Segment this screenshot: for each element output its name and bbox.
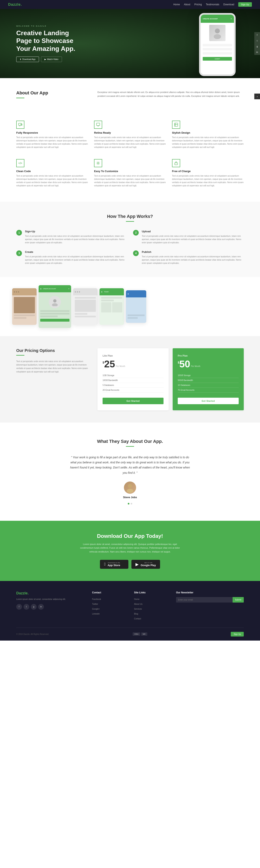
plan-name-pro: Pro Plan [178,354,239,357]
footer-twitter-icon[interactable]: t [24,604,29,610]
footer-facebook-icon[interactable]: f [16,604,22,610]
download-cta-desc: Lorem ipsum dolor sit amet, consectetur … [79,542,181,554]
newsletter-submit-button[interactable]: Submit [232,597,244,602]
footer-google-icon[interactable]: g [31,604,37,610]
google-sidebar-icon[interactable]: g [254,43,260,49]
nav-link-testimonials[interactable]: Testimonials [206,3,219,6]
svg-line-11 [20,162,21,164]
footer-sitelinks-col: Site Links Home About Us Services Blog C… [134,591,168,621]
footer-sitelink-contact[interactable]: Contact [134,618,141,620]
pricing-cards: Lite Plan $ 25 Per Month 1GB Storage 10G… [98,348,244,410]
footer-link-linkedin[interactable]: Linkedin [92,613,100,615]
feature-db-lite: 5 Databases [103,383,163,388]
feature-bandwidth-pro: 50GB Bandwidth [178,378,239,383]
phone-avatar [209,25,225,41]
appstore-button[interactable]:  Download on the App Store [100,560,128,569]
nav-link-about[interactable]: About [184,3,190,6]
nav-signup-button[interactable]: Sign Up [238,2,252,7]
footer-sitelinks-title: Site Links [134,591,168,594]
svg-point-0 [215,29,220,33]
pricing-underline [16,355,24,355]
feature-title-free: Free of Charge [172,169,244,173]
footer-link-facebook[interactable]: Facebook [92,598,101,600]
newsletter-email-input[interactable] [176,597,232,602]
get-started-lite-button[interactable]: Get Started [103,398,163,404]
linkedin-sidebar-icon[interactable]: in [254,49,260,55]
feature-title-customize: Easy To Customize [94,169,166,173]
footer-link-twitter[interactable]: Twitter [92,603,98,605]
svg-point-17 [128,484,132,488]
facebook-sidebar-icon[interactable]: f [254,32,260,38]
screenshots-row: CREATE ACCOUNT ✕ [0,285,260,328]
how-grid: 1 Sign-Up Text ut perspiciatis unde omni… [16,230,244,265]
feature-email-pro: 75 Email Accounts [178,388,239,393]
step-title-4: Publish [142,250,244,253]
phone-field-1 [203,44,232,46]
about-arrow-button[interactable]: › [254,94,260,99]
twitter-sidebar-icon[interactable]: t [254,38,260,43]
footer-sitelink-home[interactable]: Home [134,598,140,600]
footer-signup-button[interactable]: Sign Up [231,632,244,637]
feature-desc-design: Text ut perspiciatis unde omnis iste nat… [172,136,244,149]
plan-features-pro: 10GB Storage 50GB Bandwidth 10 Databases… [178,373,239,393]
plan-name-lite: Lite Plan [103,354,163,357]
svg-point-1 [214,34,221,39]
pricing-card-pro: Pro Plan $ 50 Per Month 10GB Storage 50G… [173,348,244,410]
footer-sitelink-blog[interactable]: Blog [134,613,138,615]
dot-2[interactable] [131,503,132,504]
about-title: About Our App [16,90,89,96]
feature-item-customize: Easy To Customize Text ut perspiciatis u… [94,157,166,189]
footer-sitelink-about[interactable]: About Us [134,603,142,605]
googleplay-button[interactable]: ▶ GET IT ON Google Play [132,560,160,569]
footer-social: f t g in [16,604,84,610]
step-desc-4: Text ut perspiciatis unde omnis iste nat… [142,255,244,265]
nav-link-pricing[interactable]: Pricing [194,3,202,6]
footer-contact-title: Contact [92,591,126,594]
price-period-lite: Per Month [116,365,125,367]
testimonials-title: What They Say About Our App. [16,439,244,444]
how-step-1: 1 Sign-Up Text ut perspiciatis unde omni… [16,230,127,244]
plan-features-lite: 1GB Storage 10GB Bandwidth 5 Databases 2… [103,373,163,393]
social-sidebar: f t g in [254,32,260,55]
feature-storage-lite: 1GB Storage [103,373,163,378]
feature-title-design: Stylish Design [172,131,244,134]
screenshot-2: CREATE ACCOUNT ✕ [39,285,71,328]
step-title-3: Create [25,250,127,253]
mastercard-icon: MC [141,632,147,636]
get-started-pro-button[interactable]: Get Started [178,398,239,404]
svg-rect-5 [97,123,100,125]
download-icon: ⬇ [20,58,21,60]
dot-1[interactable] [128,503,129,504]
pricing-section: Our Pricing Options Text ut perspiciatis… [0,336,260,423]
footer-linkedin-icon[interactable]: in [38,604,44,610]
watch-video-button[interactable]: ▶ Watch Video [41,57,62,62]
screenshot-1 [12,288,37,325]
how-step-4: 4 Publish Text ut perspiciatis unde omni… [133,250,244,265]
price-period-pro: Per Month [191,365,200,367]
svg-point-12 [98,162,99,164]
nav-link-home[interactable]: Home [173,3,180,6]
hero-content: WELCOME TO DAZZLE Creative Landing Page … [16,25,85,62]
footer-bottom: © 2016 Dazzle. All Rights Reserved. VISA… [16,627,244,637]
feature-title-retina: Retina Ready [94,131,166,134]
how-section: How The App Works? 1 Sign-Up Text ut per… [0,202,260,277]
testimonials-underline [126,446,134,447]
how-content-1: Sign-Up Text ut perspiciatis unde omnis … [25,230,127,244]
pricing-card-lite: Lite Plan $ 25 Per Month 1GB Storage 10G… [98,348,169,410]
footer-sitelink-services[interactable]: Services [134,608,142,610]
feature-title-responsive: Fully Responsive [16,131,88,134]
feature-title-code: Clean Code [16,169,88,173]
features-section: Fully Responsive Text ut perspiciatis un… [0,115,260,202]
screenshots-section: CREATE ACCOUNT ✕ [0,277,260,336]
price-amount-pro: 50 [179,359,190,369]
nav-link-download[interactable]: Download [223,3,234,6]
how-content-2: Upload Text ut perspiciatis unde omnis i… [142,230,244,244]
testimonials-section: What They Say About Our App. " Your work… [0,423,260,521]
step-desc-1: Text ut perspiciatis unde omnis iste nat… [25,235,127,244]
download-app-button[interactable]: ⬇ Download App [16,57,39,62]
phone-close-icon: ✕ [230,18,232,20]
appstore-text: Download on the App Store [108,562,120,567]
footer-link-googleplus[interactable]: Google+ [92,608,100,610]
testimonial-avatar [124,482,136,494]
store-buttons:  Download on the App Store ▶ GET IT ON … [16,560,244,569]
